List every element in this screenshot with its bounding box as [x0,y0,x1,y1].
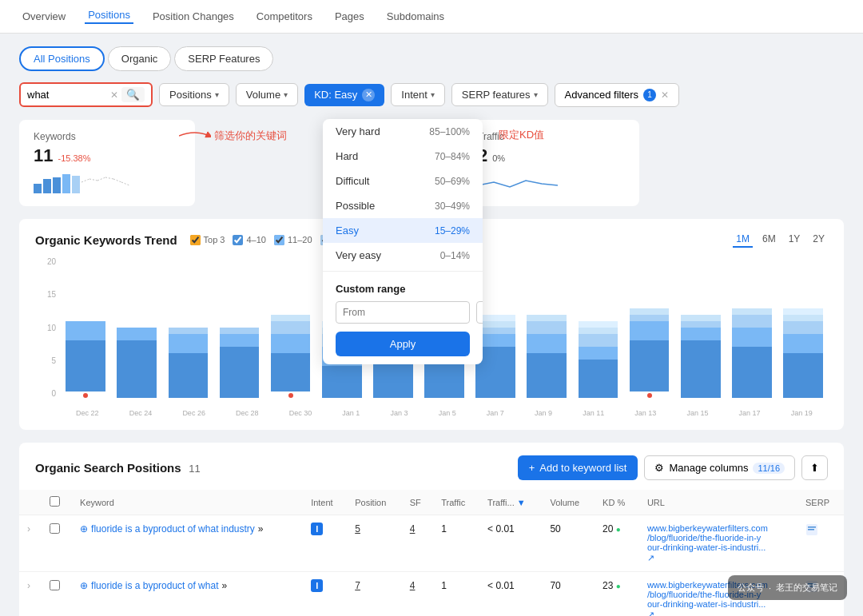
bar-group-1 [112,328,161,398]
x-label-11: Jan 13 [634,409,656,417]
kd-custom-range-label: Custom range [336,283,470,295]
clear-icon[interactable]: ✕ [110,89,118,101]
kd-apply-button[interactable]: Apply [336,332,470,356]
positions-arrow-icon: ▾ [215,90,219,99]
tab-serp-features[interactable]: SERP Features [174,46,273,71]
traffic-change: 0% [492,153,505,163]
legend-11-20[interactable]: 11–20 [274,235,312,245]
row-expand-2[interactable]: › [19,572,42,617]
x-label-1: Dec 24 [129,409,153,417]
export-button[interactable]: ⬆ [801,455,828,480]
col-intent: Intent [303,490,347,515]
x-label-8: Jan 7 [487,409,504,417]
col-position: Position [347,490,402,515]
data-table: Keyword Intent Position SF Traffic Traff… [19,490,844,616]
kd-cell-2: 23 ● [595,572,639,617]
legend-4-10[interactable]: 4–10 [233,235,265,245]
kd-filter[interactable]: KD: Easy ✕ [304,84,384,106]
svg-rect-0 [34,184,42,193]
svg-line-5 [82,179,89,182]
kd-option-hard[interactable]: Hard 70–84% [323,144,483,169]
tabs-bar: All Positions Organic SERP Features [19,46,844,71]
time-btn-1m[interactable]: 1M [733,232,753,248]
red-dot [288,393,293,398]
row-expand-1[interactable]: › [19,515,42,572]
keywords-change: -15.38% [58,153,90,163]
advanced-filters-btn[interactable]: Advanced filters 1 ✕ [555,83,680,107]
kd-from-input[interactable] [336,301,470,324]
table-title: Organic Search Positions [35,461,181,475]
x-label-4: Dec 30 [289,409,312,417]
adv-filter-clear-icon[interactable]: ✕ [661,89,669,101]
kd-option-very-easy[interactable]: Very easy 0–14% [323,243,483,268]
svg-line-8 [105,177,113,179]
time-btn-2y[interactable]: 2Y [809,232,828,248]
watermark: 公众号 · 老王的交易笔记 [728,575,847,600]
intent-filter[interactable]: Intent ▾ [391,83,445,106]
kd-option-easy[interactable]: Easy 15–29% [323,218,483,243]
x-label-6: Jan 3 [391,409,408,417]
search-input-wrap[interactable]: ✕ 🔍 [19,82,153,107]
add-to-keyword-list-button[interactable]: + Add to keyword list [518,455,638,480]
bar-group-9 [522,315,571,398]
nav-item-pages[interactable]: Pages [332,10,368,22]
tab-organic[interactable]: Organic [108,46,172,71]
annotation-filter-keywords: 筛选你的关键词 [214,129,287,143]
bar-group-3 [214,328,264,398]
col-checkbox[interactable] [42,490,72,515]
url-external-link-2[interactable]: ↗ [647,610,654,616]
keywords-metric-card: Keywords 11 -15.38% [19,120,195,206]
search-icon-btn[interactable]: 🔍 [121,87,145,102]
nav-item-position-changes[interactable]: Position Changes [149,10,237,22]
keywords-label: Keywords [34,131,181,142]
select-all-checkbox[interactable] [50,496,60,507]
row-checkbox-1[interactable] [42,515,72,572]
col-serp: SERP [797,490,844,515]
svg-rect-2 [53,177,61,193]
volume-filter[interactable]: Volume ▾ [236,83,298,106]
search-input[interactable] [27,89,107,101]
tab-all-positions[interactable]: All Positions [19,46,105,71]
legend-top3[interactable]: Top 3 [190,235,225,245]
nav-item-subdomains[interactable]: Subdomains [384,10,447,22]
kd-option-possible[interactable]: Possible 30–49% [323,193,483,218]
bar-group-13 [727,308,777,398]
nav-item-overview[interactable]: Overview [19,10,69,22]
serp-features-filter[interactable]: SERP features ▾ [451,83,548,106]
x-label-2: Dec 26 [182,409,205,417]
col-url: URL [639,490,797,515]
position-cell-2: 7 [347,572,402,617]
col-keyword: Keyword [72,490,303,515]
keywords-value: 11 [34,145,53,166]
time-btn-1y[interactable]: 1Y [785,232,804,248]
positions-filter[interactable]: Positions ▾ [159,83,229,106]
x-label-0: Dec 22 [76,409,99,417]
nav-item-competitors[interactable]: Competitors [253,10,316,22]
bar-group-2 [163,328,213,398]
nav-item-positions[interactable]: Positions [85,9,133,24]
serp-cell-1[interactable] [797,515,844,572]
x-label-7: Jan 5 [439,409,456,417]
url-external-link-1[interactable]: ↗ [647,553,654,562]
svg-line-7 [97,177,105,181]
time-btn-6m[interactable]: 6M [759,232,779,248]
manage-columns-button[interactable]: ⚙ Manage columns 11/16 [644,455,795,480]
kd-clear-icon[interactable]: ✕ [362,89,375,101]
row-checkbox-2[interactable] [42,572,72,617]
top-nav: Overview Positions Position Changes Comp… [0,0,863,34]
sf-cell-1: 4 [402,515,433,572]
traffic-metric-card: Traffic 2 0% [463,120,639,206]
kd-option-difficult[interactable]: Difficult 50–69% [323,169,483,193]
x-label-13: Jan 17 [739,409,761,417]
kd-indicator-2: ● [616,582,621,590]
serp-arrow-icon: ▾ [534,90,538,99]
col-kd: KD % [595,490,639,515]
col-volume: Volume [542,490,595,515]
bar-group-11 [625,308,674,398]
kd-option-very-hard[interactable]: Very hard 85–100% [323,119,483,144]
traffic-cell-2: 1 [433,572,479,617]
svg-rect-13 [808,529,814,531]
kd-to-input[interactable] [476,301,483,324]
traffic-trend-cell-2: < 0.01 [479,572,542,617]
red-dot [83,393,88,398]
